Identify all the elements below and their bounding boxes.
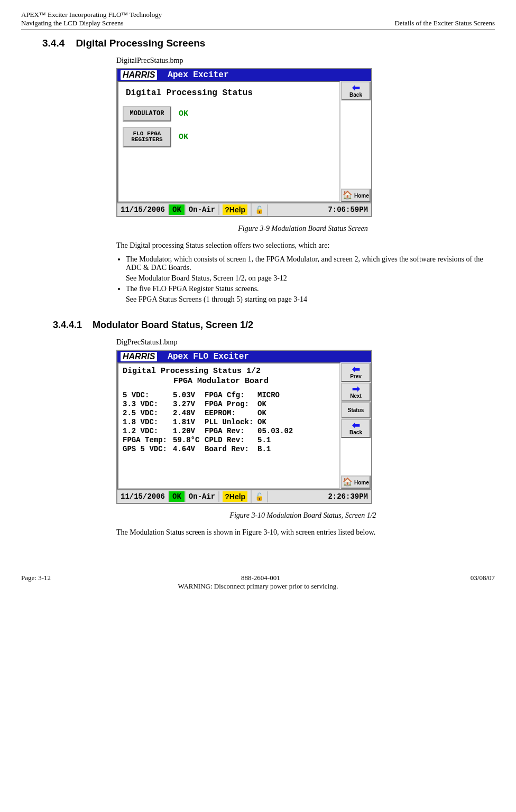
row4-label1: 1.2 VDC: — [123, 427, 173, 435]
bullet-flo-fpga: The five FLO FPGA Register Status screen… — [126, 285, 490, 304]
status-help[interactable]: ?Help — [219, 203, 252, 216]
home-button[interactable]: 🏠 Home — [341, 189, 371, 202]
bullet1-text: The Modulator, which consists of screen … — [126, 255, 483, 272]
lcd2-data-grid: 5 VDC:5.03VFPGA Cfg:MICRO 3.3 VDC:3.27VF… — [123, 391, 335, 453]
footer-date: 03/08/07 — [471, 574, 495, 582]
status-ok-badge: OK — [169, 204, 186, 215]
row0-val2: MICRO — [257, 391, 335, 399]
footer-doc-number: 888-2604-001 — [241, 574, 280, 582]
row3-val2: OK — [257, 418, 335, 426]
section-number: 3.4.4 — [42, 38, 64, 49]
bullet-modulator: The Modulator, which consists of screen … — [126, 255, 490, 283]
row4-val2: 05.03.02 — [257, 427, 335, 435]
row0-label1: 5 VDC: — [123, 391, 173, 399]
lock-icon-2: 🔓 — [252, 491, 268, 502]
footer-warning: WARNING: Disconnect primary power prior … — [21, 582, 495, 591]
modulator-status: OK — [179, 109, 188, 118]
arrow-right-icon: ➡ — [342, 385, 370, 393]
figure-3-10-caption: Figure 3-10 Modulation Board Status, Scr… — [116, 511, 490, 520]
figure-3-9-caption: Figure 3-9 Modulation Board Status Scree… — [116, 225, 490, 233]
lcd-screenshot-1: HARRIS Apex Exciter Digital Processing S… — [116, 68, 372, 217]
harris-logo-2: HARRIS — [121, 352, 157, 361]
home-button-2[interactable]: 🏠 Home — [341, 475, 371, 489]
arrow-left-icon: ⬅ — [342, 365, 370, 374]
flo-fpga-status: OK — [179, 133, 188, 142]
row4-label2: FPGA Rev: — [205, 427, 257, 435]
home-icon: 🏠 — [343, 477, 353, 486]
home-label: Home — [354, 193, 369, 199]
help-icon: ?Help — [223, 204, 247, 215]
subsection-title: Modulator Board Status, Screen 1/2 — [93, 320, 253, 330]
row5-val1: 59.8°C — [173, 436, 205, 444]
back-button[interactable]: ⬅ Back — [341, 81, 371, 100]
lcd2-heading1: Digital Processing Status 1/2 — [123, 367, 335, 376]
back-label: Back — [349, 92, 362, 98]
back-button-2[interactable]: ⬅ Back — [341, 419, 371, 438]
status-time: 7:06:59PM — [325, 204, 371, 215]
bmp-filename-2: DigPrecStatus1.bmp — [116, 338, 490, 347]
prev-label: Prev — [350, 374, 362, 379]
lcd2-heading2: FPGA Modulator Board — [107, 377, 335, 386]
status-date-2: 11/15/2006 — [117, 491, 169, 502]
harris-logo: HARRIS — [121, 70, 157, 80]
status-onair-2: On-Air — [186, 491, 219, 502]
status-ok-badge-2: OK — [169, 491, 186, 502]
row6-val1: 4.64V — [173, 445, 205, 453]
row6-label1: GPS 5 VDC: — [123, 445, 173, 453]
bullet2-text: The five FLO FPGA Register Status screen… — [126, 285, 259, 293]
row1-val2: OK — [257, 400, 335, 408]
help-icon-2: ?Help — [223, 491, 247, 502]
row3-val1: 1.81V — [173, 418, 205, 426]
arrow-left-icon: ⬅ — [342, 83, 370, 92]
row6-val2: B.1 — [257, 445, 335, 453]
header-right-bottom: Details of the Exciter Status Screens — [394, 19, 495, 27]
row1-label1: 3.3 VDC: — [123, 400, 173, 408]
home-label-2: Home — [354, 480, 369, 486]
status-help-2[interactable]: ?Help — [219, 490, 252, 503]
row5-label2: CPLD Rev: — [205, 436, 257, 444]
next-button[interactable]: ➡ Next — [341, 382, 371, 402]
back-label-2: Back — [349, 430, 362, 435]
row2-label2: EEPROM: — [205, 409, 257, 417]
row2-label1: 2.5 VDC: — [123, 409, 173, 417]
lcd1-title: Apex Exciter — [168, 70, 228, 80]
row2-val1: 2.48V — [173, 409, 205, 417]
bmp-filename: DigitalPrecStatus.bmp — [116, 57, 490, 65]
lock-icon: 🔓 — [252, 204, 268, 216]
lcd-screenshot-2: HARRIS Apex FLO Exciter Digital Processi… — [116, 350, 372, 504]
row0-val1: 5.03V — [173, 391, 205, 399]
bullet2-sub: See FPGA Status Screens (1 through 5) st… — [126, 295, 490, 304]
arrow-left-icon: ⬅ — [342, 421, 370, 430]
row1-val1: 3.27V — [173, 400, 205, 408]
status-onair: On-Air — [186, 204, 219, 215]
prev-button[interactable]: ⬅ Prev — [341, 363, 371, 382]
row2-val2: OK — [257, 409, 335, 417]
header-left-bottom: Navigating the LCD Display Screens — [21, 19, 124, 27]
para-modulation-status: The Modulation Status screen is shown in… — [116, 528, 490, 537]
row5-val2: 5.1 — [257, 436, 335, 444]
lcd1-main-heading: Digital Processing Status — [126, 88, 335, 98]
modulator-button[interactable]: MODULATOR — [123, 106, 171, 122]
subsection-number: 3.4.4.1 — [53, 320, 82, 330]
lcd2-title: Apex FLO Exciter — [168, 352, 249, 361]
row6-label2: Board Rev: — [205, 445, 257, 453]
header-left-top: APEX™ Exciter Incorporating FLO™ Technol… — [21, 11, 162, 19]
flo-fpga-registers-button[interactable]: FLO FPGA REGISTERS — [123, 127, 171, 147]
row5-label1: FPGA Temp: — [123, 436, 173, 444]
intro-paragraph: The Digital processing Status selection … — [116, 241, 490, 250]
section-title: Digital Processing Screens — [76, 38, 205, 49]
row4-val1: 1.20V — [173, 427, 205, 435]
status-label: Status — [348, 407, 364, 413]
status-button[interactable]: Status — [341, 402, 371, 418]
home-icon: 🏠 — [343, 190, 353, 199]
row3-label1: 1.8 VDC: — [123, 418, 173, 426]
bullet1-sub: See Modulator Board Status, Screen 1/2, … — [126, 274, 490, 283]
row3-label2: PLL Unlock: — [205, 418, 257, 426]
status-time-2: 2:26:39PM — [325, 491, 371, 502]
footer-page: Page: 3-12 — [21, 574, 51, 582]
status-date: 11/15/2006 — [117, 204, 169, 215]
next-label: Next — [350, 393, 362, 399]
row1-label2: FPGA Prog: — [205, 400, 257, 408]
row0-label2: FPGA Cfg: — [205, 391, 257, 399]
